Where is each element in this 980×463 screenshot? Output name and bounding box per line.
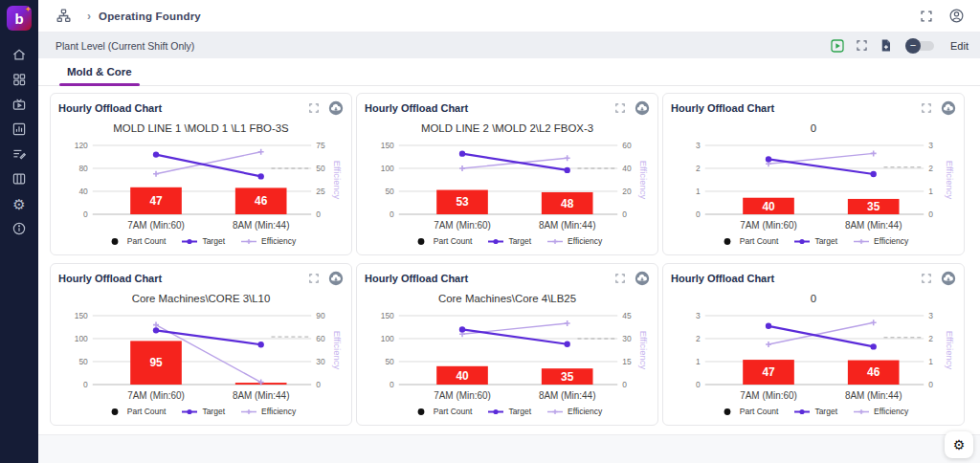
svg-text:40: 40	[762, 200, 775, 213]
run-icon[interactable]	[830, 38, 845, 54]
sidebar-item-columns[interactable]	[8, 166, 31, 191]
chart-card-title: Hourly Offload Chart	[365, 102, 468, 114]
svg-text:7AM (Min:60): 7AM (Min:60)	[740, 220, 797, 231]
sidebar-item-tasks[interactable]	[8, 142, 31, 166]
legend-label: Efficiency	[568, 236, 602, 246]
chart-card-title: Hourly Offload Chart	[671, 273, 774, 284]
svg-text:50: 50	[385, 357, 394, 366]
svg-text:30: 30	[622, 334, 632, 343]
svg-text:7AM (Min:60): 7AM (Min:60)	[127, 220, 185, 231]
sidebar-item-media[interactable]	[8, 92, 31, 117]
chart-card: Hourly Offload ChartMOLD LINE 1 \MOLD 1 …	[50, 93, 352, 255]
chart-legend: Part CountTargetEfficiency	[58, 407, 344, 416]
line-dot-marker-icon	[793, 237, 811, 246]
expand-icon[interactable]	[308, 102, 320, 114]
svg-text:46: 46	[867, 365, 880, 379]
efficiency-axis-label: Efficiency	[638, 161, 649, 200]
legend-item-efficiency[interactable]: Efficiency	[546, 236, 602, 246]
svg-text:2: 2	[696, 164, 701, 173]
edit-toggle[interactable]: −	[907, 41, 934, 51]
fullscreen-icon[interactable]	[920, 10, 933, 23]
sidebar-item-info[interactable]	[8, 216, 31, 241]
legend-item-target[interactable]: Target	[181, 407, 225, 416]
legend-label: Part Count	[434, 236, 473, 246]
columns-icon	[11, 171, 27, 187]
sitemap-icon[interactable]	[56, 8, 72, 24]
legend-label: Part Count	[434, 407, 473, 416]
sidebar-item-settings[interactable]: ⚙	[8, 191, 31, 216]
svg-text:150: 150	[75, 311, 88, 320]
cloud-download-icon[interactable]	[635, 100, 650, 116]
svg-text:0: 0	[390, 380, 394, 389]
toggle-knob-icon: −	[905, 38, 921, 54]
expand-icon[interactable]	[308, 273, 320, 284]
add-file-icon[interactable]	[879, 38, 893, 53]
legend-item-target[interactable]: Target	[487, 407, 531, 416]
legend-label: Part Count	[127, 236, 167, 246]
svg-text:Core Machines\CORE 3\L10: Core Machines\CORE 3\L10	[132, 293, 271, 304]
legend-item-efficiency[interactable]: Efficiency	[546, 407, 602, 416]
sidebar-item-dashboard[interactable]	[8, 67, 31, 92]
legend-item-target[interactable]: Target	[793, 407, 837, 416]
cloud-download-icon[interactable]	[328, 100, 344, 116]
expand-icon[interactable]	[921, 273, 932, 284]
svg-text:150: 150	[381, 141, 394, 150]
legend-label: Target	[508, 407, 531, 416]
tv-play-icon	[11, 97, 27, 112]
cloud-download-icon[interactable]	[328, 271, 344, 286]
svg-text:45: 45	[622, 311, 632, 320]
cloud-download-icon[interactable]	[941, 100, 956, 116]
chart-card: Hourly Offload Chart000112233477AM (Min:…	[662, 263, 965, 426]
dashboard-icon	[11, 72, 27, 87]
cloud-download-icon[interactable]	[941, 271, 956, 286]
dot-marker-icon	[106, 408, 123, 416]
svg-text:35: 35	[561, 370, 574, 384]
settings-fab[interactable]: ⚙	[945, 431, 973, 458]
svg-text:60: 60	[622, 141, 632, 150]
svg-text:0: 0	[811, 122, 816, 134]
tab-mold-and-core[interactable]: Mold & Core	[59, 58, 140, 85]
sidebar-item-home[interactable]	[8, 42, 31, 67]
legend-item-part-count[interactable]: Part Count	[719, 407, 779, 416]
svg-text:47: 47	[149, 194, 163, 208]
svg-text:47: 47	[762, 365, 775, 379]
line-dot-marker-icon	[181, 237, 198, 246]
svg-text:95: 95	[149, 356, 163, 369]
app-root: b✦ ⚙	[0, 0, 980, 463]
chart-card-title: Hourly Offload Chart	[58, 102, 162, 114]
cloud-download-icon[interactable]	[635, 271, 650, 286]
svg-text:0: 0	[696, 209, 701, 219]
legend-label: Efficiency	[261, 236, 296, 246]
expand-icon[interactable]	[614, 273, 626, 284]
legend-item-efficiency[interactable]: Efficiency	[853, 236, 908, 246]
svg-text:7AM (Min:60): 7AM (Min:60)	[434, 390, 491, 401]
legend-label: Target	[508, 236, 531, 246]
legend-item-target[interactable]: Target	[793, 236, 837, 246]
account-icon[interactable]	[948, 8, 965, 24]
legend-item-efficiency[interactable]: Efficiency	[853, 407, 908, 416]
svg-text:0: 0	[622, 209, 627, 219]
expand-icon[interactable]	[921, 102, 932, 114]
svg-text:40: 40	[622, 164, 632, 173]
legend-item-part-count[interactable]: Part Count	[106, 407, 167, 416]
breadcrumb[interactable]: Operating Foundry	[99, 11, 201, 22]
svg-text:90: 90	[316, 311, 325, 320]
legend-item-efficiency[interactable]: Efficiency	[240, 236, 296, 246]
legend-item-part-count[interactable]: Part Count	[719, 236, 779, 246]
legend-item-target[interactable]: Target	[181, 236, 225, 246]
svg-text:40: 40	[78, 187, 88, 196]
legend-item-efficiency[interactable]: Efficiency	[240, 407, 296, 416]
legend-item-part-count[interactable]: Part Count	[106, 236, 167, 246]
dot-marker-icon	[719, 237, 736, 246]
expand-icon[interactable]	[856, 39, 868, 52]
sidebar: b✦ ⚙	[0, 0, 38, 463]
brand-logo[interactable]: b✦	[7, 6, 32, 31]
svg-text:0: 0	[928, 380, 933, 389]
sidebar-item-analytics[interactable]	[8, 117, 31, 142]
expand-icon[interactable]	[614, 102, 626, 114]
svg-text:46: 46	[255, 194, 268, 208]
legend-item-part-count[interactable]: Part Count	[412, 407, 473, 416]
legend-item-part-count[interactable]: Part Count	[412, 236, 473, 246]
dot-marker-icon	[106, 237, 123, 246]
legend-item-target[interactable]: Target	[487, 236, 531, 246]
